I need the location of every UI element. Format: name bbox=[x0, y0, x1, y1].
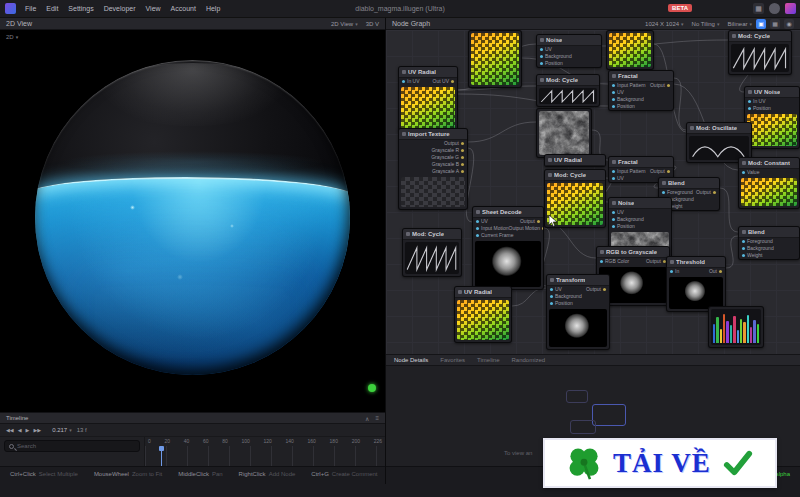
menu-file[interactable]: File bbox=[20, 5, 41, 12]
input-port[interactable]: Background bbox=[550, 293, 582, 300]
input-port[interactable]: UV bbox=[550, 286, 562, 293]
skip-end-icon[interactable]: ▶▶ bbox=[33, 427, 41, 433]
search-input[interactable] bbox=[17, 443, 135, 449]
output-port[interactable]: Output bbox=[696, 189, 716, 196]
input-port[interactable]: Position bbox=[612, 103, 635, 110]
input-port[interactable]: Value bbox=[742, 169, 759, 176]
timeline-search[interactable] bbox=[4, 440, 140, 452]
node-uv-noise[interactable]: UV NoiseIn UVPosition bbox=[744, 86, 800, 149]
output-port[interactable]: Output bbox=[520, 218, 540, 225]
output-port[interactable]: Output bbox=[444, 140, 464, 147]
input-port[interactable]: Background bbox=[612, 96, 644, 103]
tiling-dropdown[interactable]: No Tiling bbox=[692, 21, 720, 27]
resolution-dropdown[interactable]: 1024 X 1024 bbox=[645, 21, 684, 27]
menu-developer[interactable]: Developer bbox=[99, 5, 141, 12]
node-uv-radial[interactable]: UV Radial bbox=[544, 154, 606, 167]
tab-node-details[interactable]: Node Details bbox=[394, 357, 428, 363]
input-port[interactable]: Current Frame bbox=[476, 232, 514, 239]
tab-timeline[interactable]: Timeline bbox=[477, 357, 499, 363]
grid-icon[interactable]: ▦ bbox=[753, 3, 764, 14]
input-port[interactable]: Background bbox=[742, 245, 774, 252]
timeline-ruler: 020406080100120140160180200226 bbox=[145, 437, 385, 446]
menu-edit[interactable]: Edit bbox=[41, 5, 63, 12]
view-tab-3d[interactable]: 3D V bbox=[366, 21, 379, 27]
input-port[interactable]: Foreground bbox=[662, 189, 693, 196]
node-import-texture[interactable]: Import TextureOutputGrayscale RGrayscale… bbox=[398, 128, 468, 210]
input-port[interactable]: Background bbox=[540, 53, 572, 60]
node-mod-cycle[interactable]: Mod: Cycle bbox=[728, 30, 792, 75]
input-port[interactable]: In UV bbox=[402, 78, 420, 85]
node-mod-cycle[interactable]: Mod: Cycle bbox=[536, 74, 600, 107]
input-port[interactable]: Position bbox=[540, 60, 563, 67]
output-port[interactable]: Grayscale G bbox=[431, 154, 464, 161]
input-port[interactable]: Input Pattern bbox=[612, 82, 646, 89]
input-port[interactable]: In UV bbox=[748, 98, 766, 105]
input-port[interactable]: UV bbox=[612, 89, 624, 96]
grid-toggle-icon[interactable]: ▦ bbox=[770, 19, 780, 29]
avatar[interactable] bbox=[769, 3, 780, 14]
input-port[interactable]: RGB Color bbox=[600, 258, 629, 265]
menu-settings[interactable]: Settings bbox=[63, 5, 98, 12]
output-port[interactable]: Output bbox=[650, 82, 670, 89]
node-mod-constant[interactable]: Mod: ConstantValue bbox=[738, 157, 800, 209]
focus-icon[interactable]: ◉ bbox=[784, 19, 794, 29]
menu-help[interactable]: Help bbox=[201, 5, 225, 12]
node-mod-cycle[interactable]: Mod: Cycle bbox=[402, 228, 462, 277]
snap-toggle-icon[interactable]: ▣ bbox=[756, 19, 766, 29]
node-thumbnail[interactable] bbox=[536, 108, 592, 158]
node-noise[interactable]: NoiseUVBackgroundPosition bbox=[536, 34, 602, 68]
output-port[interactable]: Output bbox=[646, 258, 666, 265]
node-transform[interactable]: TransformUVOutputBackgroundPosition bbox=[546, 274, 610, 350]
node-fractal[interactable]: FractalInput PatternOutputUVBackgroundPo… bbox=[608, 70, 674, 111]
output-port[interactable]: Grayscale R bbox=[431, 147, 464, 154]
output-port[interactable]: Grayscale B bbox=[432, 161, 464, 168]
view-tab-2d[interactable]: 2D View bbox=[331, 21, 358, 27]
menu-account[interactable]: Account bbox=[166, 5, 201, 12]
filtering-dropdown[interactable]: Bilinear bbox=[727, 21, 752, 27]
menu-view[interactable]: View bbox=[141, 5, 166, 12]
viewport-2d[interactable]: 2D bbox=[0, 30, 385, 412]
input-port[interactable]: UV bbox=[540, 46, 552, 53]
node-header: Threshold bbox=[667, 257, 725, 268]
input-port[interactable]: Foreground bbox=[742, 238, 773, 245]
node-thumbnail[interactable] bbox=[606, 30, 654, 70]
input-port[interactable]: UV bbox=[612, 175, 624, 182]
play-icon[interactable]: ▶ bbox=[26, 427, 30, 433]
node-canvas[interactable]: NoiseUVBackgroundPositionMod: CycleUV Ra… bbox=[386, 30, 800, 354]
step-back-icon[interactable]: ◀ bbox=[18, 427, 22, 433]
input-port[interactable]: In bbox=[670, 268, 679, 275]
output-port[interactable]: Output bbox=[650, 168, 670, 175]
output-port[interactable]: Out bbox=[709, 268, 722, 275]
tab-randomized[interactable]: Randomized bbox=[512, 357, 546, 363]
node-uv-radial[interactable]: UV Radial bbox=[454, 286, 512, 343]
input-port[interactable]: UV bbox=[476, 218, 488, 225]
panel-splitter[interactable] bbox=[385, 18, 386, 484]
input-port[interactable]: Input Pattern bbox=[612, 168, 646, 175]
node-uv-radial[interactable]: UV RadialIn UVOut UV bbox=[398, 66, 458, 132]
viewport-mode-dropdown[interactable]: 2D bbox=[6, 34, 18, 40]
output-port[interactable]: Output bbox=[586, 286, 606, 293]
tab-favorites[interactable]: Favorites bbox=[440, 357, 465, 363]
node-sheet-decode[interactable]: Sheet DecodeUVOutputInput MotionOutput M… bbox=[472, 206, 544, 290]
node-blend[interactable]: BlendForegroundBackgroundWeight bbox=[738, 226, 800, 260]
output-port[interactable]: Grayscale A bbox=[432, 168, 464, 175]
collapse-icon[interactable]: ∧ bbox=[365, 415, 369, 422]
output-port[interactable]: Out UV bbox=[433, 78, 454, 85]
input-port[interactable]: Position bbox=[612, 223, 635, 230]
input-port[interactable]: Position bbox=[748, 105, 771, 112]
input-port[interactable]: UV bbox=[612, 209, 624, 216]
node-thumbnail[interactable] bbox=[708, 306, 764, 348]
time-display[interactable]: 0.217 bbox=[52, 427, 72, 433]
node-type-icon bbox=[548, 173, 552, 177]
app-store-icon[interactable] bbox=[785, 3, 796, 14]
menu-icon[interactable]: ≡ bbox=[375, 415, 379, 421]
node-thumbnail[interactable] bbox=[468, 30, 522, 88]
skip-start-icon[interactable]: ◀◀ bbox=[6, 427, 14, 433]
input-port[interactable]: Background bbox=[612, 216, 644, 223]
app-logo-icon[interactable] bbox=[5, 3, 16, 14]
input-port[interactable]: Input Motion bbox=[476, 225, 509, 232]
node-threshold[interactable]: ThresholdInOut bbox=[666, 256, 726, 312]
input-port[interactable]: Weight bbox=[742, 252, 762, 259]
input-port[interactable]: Position bbox=[550, 300, 573, 307]
output-port[interactable]: Output Motion bbox=[509, 225, 544, 232]
